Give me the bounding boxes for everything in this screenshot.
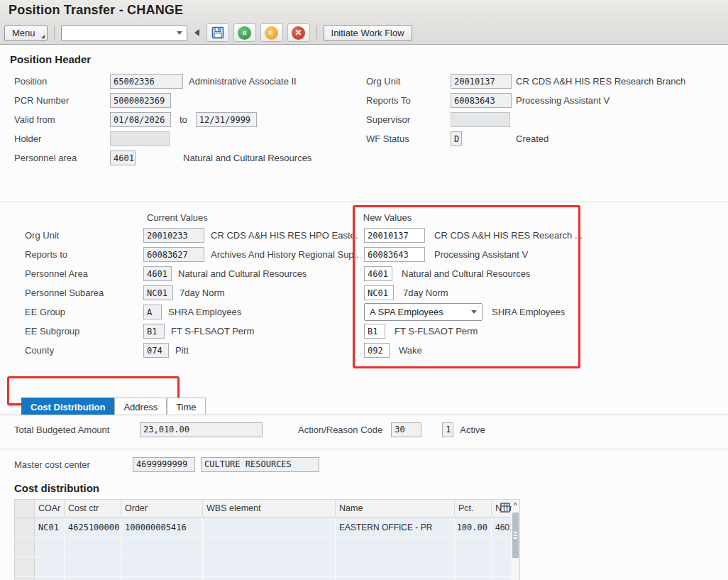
collapse-left-icon[interactable] <box>194 29 199 36</box>
table-row-empty[interactable] <box>15 577 511 580</box>
current-reports-to-field[interactable]: 60083627 <box>143 247 204 262</box>
cost-distribution-table: COAr Cost ctr Order WBS element Name Pct… <box>14 499 520 580</box>
col-header-pct[interactable]: Pct. <box>455 500 492 517</box>
tab-strip-section: Cost Distribution Address Time <box>0 381 728 415</box>
new-ee-subgroup-desc: FT S-FLSAOT Perm <box>395 326 478 336</box>
personnel-area-label: Personnel area <box>14 153 110 163</box>
new-personnel-subarea-field[interactable]: NC01 <box>364 285 394 300</box>
reports-to-label: Reports To <box>366 95 451 106</box>
exit-icon-glyph: « <box>268 31 276 35</box>
values-headers: Current Values New Values <box>0 209 728 226</box>
tab-time[interactable]: Time <box>167 398 205 415</box>
action-reason-code-label: Action/Reason Code <box>298 425 382 435</box>
ee-group-select[interactable]: A SPA Employees <box>364 303 482 321</box>
personnel-area-field[interactable]: 4601 <box>110 151 136 165</box>
tab-cost-distribution[interactable]: Cost Distribution <box>21 398 114 415</box>
cell-cost-ctr[interactable]: 4625100000 <box>65 518 121 537</box>
table-row[interactable]: NC01 4625100000 100000005416 EASTERN OFF… <box>15 518 511 537</box>
col-header-cost-ctr[interactable]: Cost ctr <box>65 500 121 517</box>
current-reports-to-desc: Archives And History Regional Sup... <box>211 249 358 260</box>
personnel-area-desc: Natural and Cultural Resources <box>183 153 311 163</box>
row-label: Org Unit <box>25 230 143 241</box>
current-ee-subgroup-field[interactable]: B1 <box>143 324 165 339</box>
exit-button[interactable]: « <box>260 23 283 42</box>
field-row-valid-from: Valid from 01/08/2026 to 12/31/9999 <box>0 110 356 129</box>
initiate-workflow-button[interactable]: Initiate Work Flow <box>324 25 412 41</box>
value-row-org-unit: Org Unit 20010233CR CDS A&H HIS RES HPO … <box>0 226 728 245</box>
cell-order[interactable]: 100000005416 <box>121 518 203 537</box>
cell-name2[interactable]: 4601 <box>492 518 512 537</box>
master-cost-center-label: Master cost center <box>14 459 133 470</box>
exit-icon: « <box>265 26 278 40</box>
new-county-desc: Wake <box>399 345 422 356</box>
row-selector[interactable] <box>15 537 35 557</box>
col-header-name[interactable]: Name <box>336 500 455 517</box>
field-row-org-unit: Org Unit 20010137 CR CDS A&H HIS RES Res… <box>356 72 685 91</box>
save-button[interactable] <box>206 23 229 42</box>
wf-status-desc: Created <box>516 133 548 144</box>
title-bar: Position Transfer - CHANGE <box>0 0 728 21</box>
reports-to-field[interactable]: 60083643 <box>451 93 512 108</box>
status-code-field[interactable]: 1 <box>442 422 453 437</box>
field-row-position: Position 65002336 Administrative Associa… <box>0 72 356 91</box>
table-row-empty[interactable] <box>15 557 511 577</box>
cell-pct[interactable]: 100.00 <box>455 518 492 537</box>
current-personnel-subarea-field[interactable]: NC01 <box>143 285 173 300</box>
command-combobox[interactable] <box>61 25 187 41</box>
table-settings-icon[interactable] <box>500 503 510 515</box>
field-row-reports-to: Reports To 60083643 Processing Assistant… <box>356 91 685 110</box>
new-ee-subgroup-field[interactable]: B1 <box>364 324 385 339</box>
current-ee-group-field[interactable]: A <box>143 305 162 319</box>
table-row-empty[interactable] <box>15 537 511 557</box>
field-row-holder: Holder <box>0 129 356 148</box>
table-scrollbar[interactable]: ^ <box>511 499 520 580</box>
pcr-number-field[interactable]: 5000002369 <box>110 93 171 108</box>
new-reports-to-desc: Processing Assistant V <box>434 249 528 260</box>
cell-name[interactable]: EASTERN OFFICE - PR <box>336 518 455 537</box>
new-personnel-subarea-desc: 7day Norm <box>403 288 448 298</box>
new-org-unit-field[interactable]: 20010137 <box>364 228 425 243</box>
action-reason-code-field[interactable]: 30 <box>391 422 421 437</box>
valid-from-field[interactable]: 01/08/2026 <box>110 112 171 127</box>
master-cost-center-code-field[interactable]: 4699999999 <box>133 457 195 472</box>
scrollbar-thumb[interactable] <box>512 513 519 558</box>
row-selector-header[interactable] <box>15 500 35 517</box>
current-personnel-area-desc: Natural and Cultural Resources <box>178 268 307 279</box>
field-row-wf-status: WF Status D Created <box>356 129 685 148</box>
row-selector[interactable] <box>15 557 35 576</box>
org-unit-field[interactable]: 20010137 <box>451 74 512 89</box>
row-selector[interactable] <box>15 518 35 537</box>
valid-to-field[interactable]: 12/31/9999 <box>196 112 257 127</box>
values-comparison-section: Current Values New Values Org Unit 20010… <box>0 202 728 360</box>
to-label: to <box>180 114 187 125</box>
menu-button[interactable]: Menu <box>4 25 48 41</box>
current-org-unit-field[interactable]: 20010233 <box>143 228 204 243</box>
new-personnel-area-field[interactable]: 4601 <box>364 266 392 281</box>
field-row-pcr-number: PCR Number 5000002369 <box>0 91 356 110</box>
new-county-field[interactable]: 092 <box>364 343 390 358</box>
wf-status-field[interactable]: D <box>451 131 462 146</box>
new-values-header: New Values <box>363 212 412 223</box>
back-button[interactable]: « <box>233 23 256 42</box>
new-personnel-area-desc: Natural and Cultural Resources <box>402 268 530 279</box>
master-cost-center-name-field[interactable]: CULTURE RESOURCES <box>201 457 319 472</box>
current-personnel-area-field[interactable]: 4601 <box>143 266 172 281</box>
cell-wbs[interactable] <box>203 518 336 537</box>
tab-address[interactable]: Address <box>114 398 167 415</box>
org-unit-desc: CR CDS A&H HIS RES Research Branch <box>516 76 685 87</box>
total-budgeted-amount-field[interactable]: 23,010.00 <box>140 422 263 437</box>
scroll-up-icon[interactable]: ^ <box>514 500 517 511</box>
current-ee-group-desc: SHRA Employees <box>168 307 241 317</box>
cancel-button[interactable]: ✕ <box>287 23 310 42</box>
col-header-order[interactable]: Order <box>121 500 203 517</box>
field-row-personnel-area: Personnel area 4601 Natural and Cultural… <box>0 148 356 168</box>
new-reports-to-field[interactable]: 60083643 <box>364 247 425 262</box>
cell-coar[interactable]: NC01 <box>35 518 65 537</box>
col-header-wbs-element[interactable]: WBS element <box>203 500 336 517</box>
position-field[interactable]: 65002336 <box>110 74 183 89</box>
row-selector[interactable] <box>15 577 35 580</box>
current-county-field[interactable]: 074 <box>143 343 169 358</box>
chevron-down-icon <box>471 310 477 314</box>
cost-distribution-heading: Cost distribution <box>14 482 728 494</box>
col-header-coar[interactable]: COAr <box>35 500 65 517</box>
